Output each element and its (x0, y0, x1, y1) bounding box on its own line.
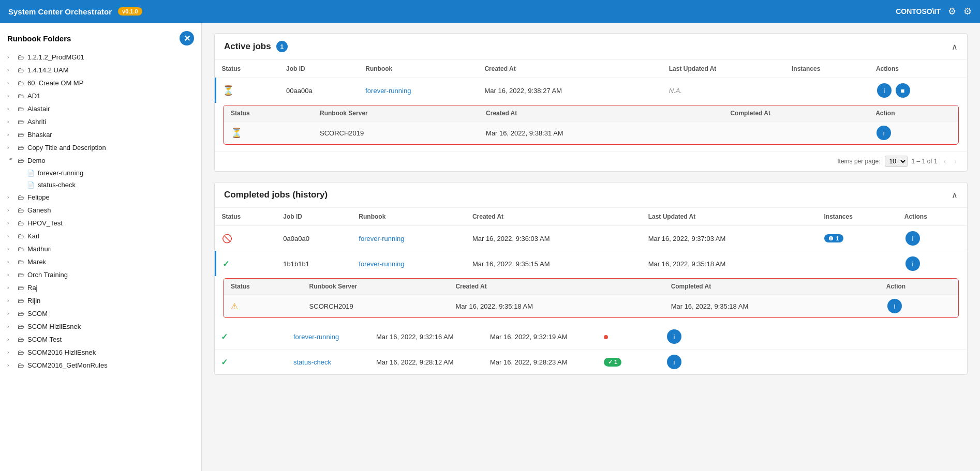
info-button[interactable]: i (905, 231, 920, 246)
sidebar-subitem-status-check[interactable]: 📄 status-check (0, 179, 201, 191)
sidebar-item[interactable]: › 🗁 Raj (0, 281, 201, 294)
cell-runbook: forever-running (359, 78, 478, 103)
active-jobs-badge: 1 (276, 41, 288, 52)
sidebar-item[interactable]: › 🗁 Bhaskar (0, 128, 201, 141)
folder-icon: 🗁 (18, 258, 24, 266)
next-page-button[interactable]: › (952, 156, 959, 166)
subtable-info-button[interactable]: i (877, 126, 891, 140)
cell-instances (598, 324, 660, 350)
sidebar-item-copy-title[interactable]: › 🗁 Copy Title and Description (0, 141, 201, 154)
cell-runbook: forever-running (352, 226, 466, 251)
runbook-link[interactable]: status-check (293, 358, 331, 366)
completed-jobs-table-cont: ✓ forever-running Mar 16, 2022, 9:32:16 … (215, 324, 967, 374)
sidebar-item[interactable]: › 🗁 Felippe (0, 191, 201, 204)
sidebar-close-button[interactable]: ✕ (180, 31, 194, 45)
sidebar-item-label: SCOM2016_GetMonRules (27, 361, 196, 369)
active-jobs-pagination: Items per page: 10 20 50 1 – 1 of 1 ‹ › (215, 151, 967, 171)
user-settings-icon[interactable]: ⚙ (963, 6, 972, 17)
sidebar-item[interactable]: › 🗁 HPOV_Test (0, 217, 201, 230)
cell-instances: ✓1 (598, 350, 660, 375)
page-range: 1 – 1 of 1 (912, 158, 938, 165)
completed-jobs-collapse-button[interactable]: ∧ (952, 190, 958, 200)
sub-cell-completed (723, 121, 868, 145)
folder-icon: 🗁 (18, 219, 24, 227)
items-per-page-select[interactable]: 10 20 50 (885, 156, 908, 167)
folder-icon: 🗁 (18, 232, 24, 240)
runbook-link[interactable]: forever-running (365, 87, 411, 95)
folder-icon: 🗁 (18, 361, 24, 369)
sidebar-subitem-forever-running[interactable]: 📄 forever-running (0, 167, 201, 179)
sidebar-item[interactable]: › 🗁 SCOM HizliEsnek (0, 320, 201, 333)
active-jobs-table: Status Job ID Runbook Created At Last Up… (215, 60, 967, 103)
sidebar-item[interactable]: › 🗁 SCOM Test (0, 333, 201, 346)
chevron-right-icon: › (7, 80, 14, 86)
active-jobs-section: Active jobs 1 ∧ Status Job ID Runbook Cr… (214, 33, 968, 172)
sidebar-title: Runbook Folders (7, 34, 71, 43)
folder-icon: 🗁 (18, 245, 24, 253)
sidebar-item[interactable]: › 🗁 1.4.14.2 UAM (0, 64, 201, 77)
sidebar-item[interactable]: › 🗁 SCOM (0, 307, 201, 320)
cell-created-at: Mar 16, 2022, 9:38:27 AM (478, 78, 662, 103)
sidebar-item[interactable]: › 🗁 SCOM2016_GetMonRules (0, 359, 201, 372)
chevron-right-icon: › (7, 145, 14, 150)
sidebar-item[interactable]: › 🗁 Rijin (0, 294, 201, 307)
instance-badge-success: ✓1 (604, 358, 621, 367)
runbook-link[interactable]: forever-running (293, 333, 339, 341)
svg-text:!: ! (830, 237, 831, 240)
cell-created-at: Mar 16, 2022, 9:36:03 AM (466, 226, 642, 251)
settings-icon[interactable]: ⚙ (948, 6, 956, 17)
sidebar-item-label: SCOM Test (27, 336, 196, 343)
active-jobs-subtable-wrapper: Status Runbook Server Created At Complet… (223, 105, 959, 145)
info-button[interactable]: i (667, 329, 681, 344)
sidebar-item[interactable]: › 🗁 AD1 (0, 89, 201, 102)
sidebar-item-demo[interactable]: ∨ 🗁 Demo (0, 154, 201, 167)
runbook-link[interactable]: forever-running (359, 235, 404, 242)
sub-cell-status: ⏳ (224, 121, 313, 145)
sidebar-item[interactable]: › 🗁 Orch Training (0, 268, 201, 281)
folder-icon: 🗁 (18, 284, 24, 292)
col-last-updated: Last Updated At (663, 60, 785, 78)
active-jobs-header: Active jobs 1 ∧ (215, 34, 967, 60)
sidebar-item[interactable]: › 🗁 Marek (0, 255, 201, 268)
info-button[interactable]: i (877, 83, 892, 98)
folder-icon: 🗁 (18, 206, 24, 214)
col-runbook: Runbook (352, 208, 466, 226)
completed-jobs-subtable-wrapper: Status Runbook Server Created At Complet… (223, 278, 959, 318)
runbook-link[interactable]: forever-running (359, 260, 404, 268)
sub-col-created: Created At (448, 279, 663, 295)
sub-cell-server: SCORCH2019 (313, 121, 479, 145)
cell-job-id: 1b1b1b1 (277, 251, 352, 277)
active-jobs-title: Active jobs (224, 41, 271, 52)
topnav: System Center Orchestrator v0.1.0 CONTOS… (0, 0, 980, 23)
chevron-right-icon: › (7, 350, 14, 355)
sidebar-item[interactable]: › 🗁 Ashriti (0, 115, 201, 128)
sidebar-item[interactable]: › 🗁 Madhuri (0, 242, 201, 255)
col-job-id: Job ID (277, 208, 352, 226)
subtable-info-button[interactable]: i (887, 299, 902, 313)
sidebar-item[interactable]: › 🗁 Alastair (0, 102, 201, 115)
completed-jobs-title: Completed jobs (history) (224, 190, 328, 200)
cell-status: 🚫 (216, 226, 277, 251)
folder-icon: 🗁 (18, 297, 24, 305)
sidebar-item[interactable]: › 🗁 Ganesh (0, 204, 201, 217)
sub-cell-created: Mar 16, 2022, 9:38:31 AM (479, 121, 723, 145)
active-jobs-collapse-button[interactable]: ∧ (952, 42, 958, 52)
info-button[interactable]: i (667, 355, 681, 369)
sidebar-item[interactable]: › 🗁 1.2.1.2_ProdMG01 (0, 51, 201, 64)
sidebar-item[interactable]: › 🗁 Karl (0, 230, 201, 242)
sidebar-item[interactable]: › 🗁 SCOM2016 HizliEsnek (0, 346, 201, 359)
completed-jobs-table: Status Job ID Runbook Created At Last Up… (215, 208, 967, 276)
sidebar-item-label: AD1 (27, 92, 196, 100)
instance-badge: !1 (824, 234, 843, 242)
sidebar-item[interactable]: › 🗁 60. Create OM MP (0, 77, 201, 89)
prev-page-button[interactable]: ‹ (942, 156, 948, 166)
folder-icon: 🗁 (18, 66, 24, 74)
folder-icon: 🗁 (18, 105, 24, 113)
sidebar-item-label: 1.2.1.2_ProdMG01 (27, 53, 196, 61)
stop-button[interactable]: ■ (896, 83, 910, 98)
col-status: Status (216, 208, 277, 226)
cell-instances (785, 78, 870, 103)
info-button[interactable]: i (905, 256, 920, 271)
completed-jobs-table-header: Status Job ID Runbook Created At Last Up… (216, 208, 968, 226)
sidebar-subitem-label: status-check (38, 181, 76, 189)
